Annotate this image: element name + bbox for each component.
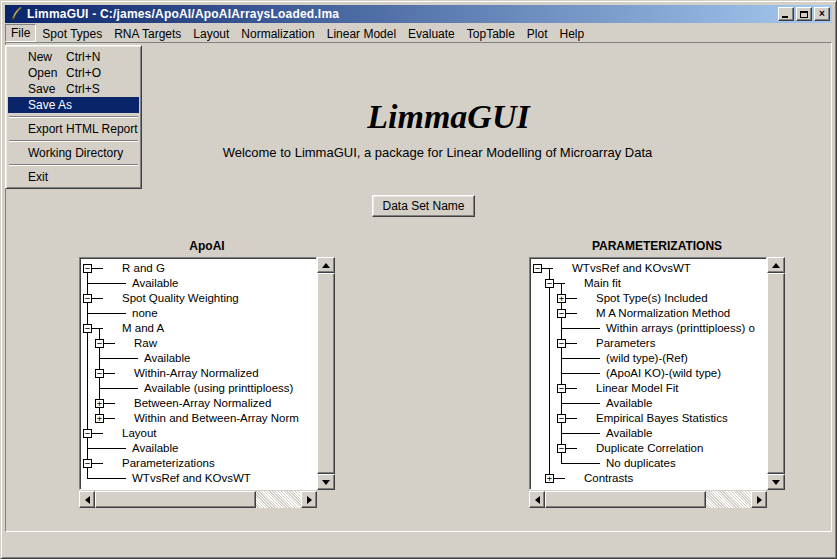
scroll-up-button[interactable] xyxy=(317,257,335,273)
tree-row[interactable]: Available xyxy=(530,426,766,441)
tree-leaf-label[interactable]: Available xyxy=(606,427,652,439)
collapse-toggle-icon[interactable]: − xyxy=(83,294,92,303)
tree-row[interactable]: +Between-Array Normalized xyxy=(80,396,316,411)
menu-layout[interactable]: Layout xyxy=(187,24,235,42)
menu-rna-targets[interactable]: RNA Targets xyxy=(108,24,187,42)
scrollbar-thumb[interactable] xyxy=(767,273,785,474)
tree-row[interactable]: −Spot Quality Weighting xyxy=(80,291,316,306)
tree-row[interactable]: +Spot Type(s) Included xyxy=(530,291,766,306)
tree-node-label[interactable]: Between-Array Normalized xyxy=(134,397,271,409)
tree-leaf-label[interactable]: Available xyxy=(132,277,178,289)
menu-spot-types[interactable]: Spot Types xyxy=(36,24,108,42)
tree-leaf-label[interactable]: (wild type)-(Ref) xyxy=(606,352,688,364)
tree-row[interactable]: Available xyxy=(80,351,316,366)
tree-view-dataset[interactable]: −R and GAvailable−Spot Quality Weighting… xyxy=(79,257,317,490)
expand-toggle-icon[interactable]: + xyxy=(95,414,104,423)
scroll-up-button[interactable] xyxy=(767,257,785,273)
tree-leaf-label[interactable]: Within arrays (printtiploess) o xyxy=(606,322,755,334)
scrollbar-track[interactable] xyxy=(317,273,335,474)
tree-row[interactable]: −M and A xyxy=(80,321,316,336)
collapse-toggle-icon[interactable]: − xyxy=(557,339,566,348)
tree-row[interactable]: (wild type)-(Ref) xyxy=(530,351,766,366)
menu-file[interactable]: File xyxy=(5,24,36,42)
tree-node-label[interactable]: Parameterizations xyxy=(122,457,215,469)
tree-row[interactable]: −WTvsRef and KOvsWT xyxy=(530,261,766,276)
menu-toptable[interactable]: TopTable xyxy=(461,24,521,42)
expand-toggle-icon[interactable]: + xyxy=(557,294,566,303)
tree-row[interactable]: −R and G xyxy=(80,261,316,276)
tree-view-parameterizations[interactable]: −WTvsRef and KOvsWT−Main fit+Spot Type(s… xyxy=(529,257,767,490)
vertical-scrollbar[interactable] xyxy=(317,257,335,490)
tree-row[interactable]: No duplicates xyxy=(530,456,766,471)
tree-node-label[interactable]: Empirical Bayes Statistics xyxy=(596,412,728,424)
menu-item-save[interactable]: SaveCtrl+S xyxy=(8,81,139,97)
scroll-down-button[interactable] xyxy=(767,474,785,490)
scrollbar-track[interactable] xyxy=(95,491,301,508)
scrollbar-thumb[interactable] xyxy=(545,491,706,508)
tree-leaf-label[interactable]: WTvsRef and KOvsWT xyxy=(132,472,251,484)
menu-item-working-directory[interactable]: Working Directory xyxy=(8,145,139,161)
tree-leaf-label[interactable]: none xyxy=(132,307,158,319)
collapse-toggle-icon[interactable]: − xyxy=(557,414,566,423)
minimize-button[interactable] xyxy=(778,7,794,21)
close-button[interactable]: × xyxy=(814,7,830,21)
expand-toggle-icon[interactable]: + xyxy=(95,399,104,408)
tree-node-label[interactable]: Contrasts xyxy=(584,472,633,484)
tree-node-label[interactable]: M A Normalization Method xyxy=(596,307,730,319)
scroll-left-button[interactable] xyxy=(79,491,95,508)
expand-toggle-icon[interactable]: + xyxy=(545,474,554,483)
tree-node-label[interactable]: Spot Type(s) Included xyxy=(596,292,708,304)
menu-linear-model[interactable]: Linear Model xyxy=(321,24,402,42)
tree-row[interactable]: Within arrays (printtiploess) o xyxy=(530,321,766,336)
collapse-toggle-icon[interactable]: − xyxy=(533,264,542,273)
tree-node-label[interactable]: Linear Model Fit xyxy=(596,382,678,394)
data-set-name-button[interactable]: Data Set Name xyxy=(372,195,475,217)
collapse-toggle-icon[interactable]: − xyxy=(557,309,566,318)
scrollbar-track[interactable] xyxy=(545,491,751,508)
tree-node-label[interactable]: M and A xyxy=(122,322,164,334)
tree-row[interactable]: WTvsRef and KOvsWT xyxy=(80,471,316,486)
tree-leaf-label[interactable]: Available xyxy=(132,442,178,454)
menu-item-open[interactable]: OpenCtrl+O xyxy=(8,65,139,81)
collapse-toggle-icon[interactable]: − xyxy=(557,444,566,453)
titlebar[interactable]: LimmaGUI - C:/james/ApoAI/ApoAIArraysLoa… xyxy=(5,5,832,23)
collapse-toggle-icon[interactable]: − xyxy=(83,264,92,273)
tree-row[interactable]: −Parameters xyxy=(530,336,766,351)
tree-node-label[interactable]: R and G xyxy=(122,262,165,274)
collapse-toggle-icon[interactable]: − xyxy=(83,459,92,468)
tree-node-label[interactable]: Spot Quality Weighting xyxy=(122,292,239,304)
collapse-toggle-icon[interactable]: − xyxy=(545,279,554,288)
tree-node-label[interactable]: Main fit xyxy=(584,277,621,289)
scrollbar-track[interactable] xyxy=(767,273,785,474)
tree-row[interactable]: (ApoAI KO)-(wild type) xyxy=(530,366,766,381)
maximize-button[interactable] xyxy=(796,7,812,21)
menu-item-save-as[interactable]: Save As xyxy=(8,97,139,113)
tree-row[interactable]: −Empirical Bayes Statistics xyxy=(530,411,766,426)
tree-row[interactable]: +Within and Between-Array Norm xyxy=(80,411,316,426)
tree-node-label[interactable]: WTvsRef and KOvsWT xyxy=(572,262,691,274)
collapse-toggle-icon[interactable]: − xyxy=(95,339,104,348)
tree-row[interactable]: −Duplicate Correlation xyxy=(530,441,766,456)
tree-leaf-label[interactable]: No duplicates xyxy=(606,457,676,469)
tree-row[interactable]: −Layout xyxy=(80,426,316,441)
tree-row[interactable]: −Raw xyxy=(80,336,316,351)
tree-row[interactable]: Available (using printtiploess) xyxy=(80,381,316,396)
tree-row[interactable]: +Contrasts xyxy=(530,471,766,486)
menu-item-new[interactable]: NewCtrl+N xyxy=(8,49,139,65)
tree-node-label[interactable]: Duplicate Correlation xyxy=(596,442,703,454)
tree-node-label[interactable]: Within and Between-Array Norm xyxy=(134,412,299,424)
menu-item-export-html-report[interactable]: Export HTML Report xyxy=(8,121,139,137)
menu-plot[interactable]: Plot xyxy=(521,24,554,42)
tree-row[interactable]: Available xyxy=(80,441,316,456)
tree-row[interactable]: −Linear Model Fit xyxy=(530,381,766,396)
horizontal-scrollbar[interactable] xyxy=(79,491,317,508)
tree-row[interactable]: −Main fit xyxy=(530,276,766,291)
scroll-down-button[interactable] xyxy=(317,474,335,490)
tree-row[interactable]: Available xyxy=(530,396,766,411)
scroll-right-button[interactable] xyxy=(751,491,767,508)
tree-leaf-label[interactable]: Available (using printtiploess) xyxy=(144,382,293,394)
tree-leaf-label[interactable]: Available xyxy=(606,397,652,409)
tree-row[interactable]: Available xyxy=(80,276,316,291)
tree-row[interactable]: none xyxy=(80,306,316,321)
tree-node-label[interactable]: Layout xyxy=(122,427,157,439)
